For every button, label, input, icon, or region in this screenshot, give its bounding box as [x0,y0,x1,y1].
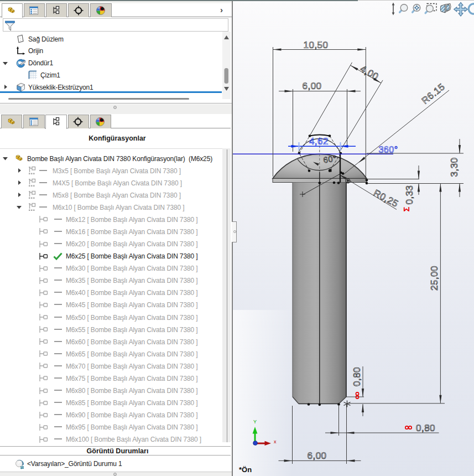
svg-text:3,30: 3,30 [449,157,460,177]
svg-text:25,00: 25,00 [429,266,440,291]
svg-text:0,33: 0,33 [404,185,415,204]
svg-text:*Ön: *Ön [239,465,252,474]
svg-text:4,62: 4,62 [309,136,329,147]
svg-text:10,50: 10,50 [303,40,328,50]
svg-text:Y: Y [253,419,257,425]
svg-text:Σ: Σ [402,206,411,211]
svg-text:0,80: 0,80 [416,423,435,433]
svg-text:60°: 60° [322,153,337,164]
svg-text:x: x [274,439,277,444]
svg-text:6,00: 6,00 [302,81,321,91]
svg-text:0,80: 0,80 [352,367,362,386]
svg-text:360°: 360° [378,145,398,154]
svg-text:6,00: 6,00 [307,451,326,461]
